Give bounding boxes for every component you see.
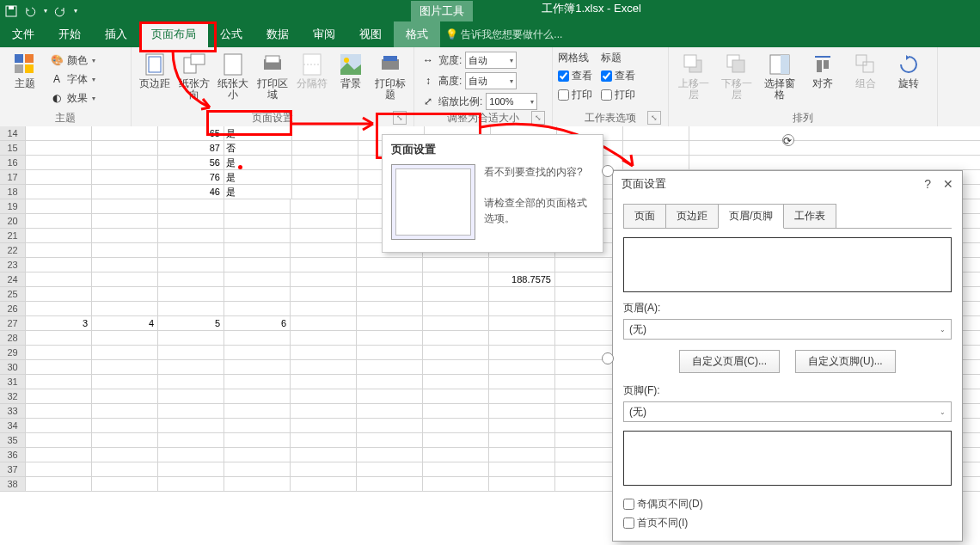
undo-icon[interactable] [24,5,36,17]
cell[interactable] [224,243,291,257]
row-header[interactable]: 22 [0,243,26,258]
cell[interactable] [26,433,92,447]
print-area-button[interactable]: 打印区域 [254,51,291,102]
tab-format[interactable]: 格式 [394,21,440,47]
cell[interactable] [158,419,224,432]
theme-effects-button[interactable]: ◐效果▾ [48,89,97,107]
row-header[interactable]: 25 [0,287,26,302]
themes-button[interactable]: 主题 [5,51,45,91]
tell-me-search[interactable]: 💡 告诉我您想要做什么... [445,21,562,47]
cell[interactable] [291,214,357,228]
cell[interactable]: 4 [92,316,158,330]
cell[interactable] [92,156,158,169]
cell[interactable] [158,214,224,228]
cell[interactable] [26,243,92,257]
cell[interactable] [357,389,423,403]
scale-input[interactable]: 100%▾ [486,93,537,110]
cell[interactable] [26,302,92,315]
cell[interactable] [291,433,357,447]
cell[interactable] [489,287,555,301]
cell[interactable] [423,316,489,330]
tab-page-layout[interactable]: 页面布局 [139,21,208,47]
cell[interactable] [26,419,92,432]
cell[interactable] [92,346,158,359]
cell[interactable] [26,258,92,272]
cell[interactable] [158,229,224,242]
cell[interactable] [26,404,92,418]
odd-even-checkbox[interactable]: 奇偶页不同(D) [623,494,952,513]
cell[interactable] [92,243,158,257]
cell[interactable] [224,258,291,272]
tab-formulas[interactable]: 公式 [208,21,254,47]
row-header[interactable]: 31 [0,375,26,389]
cell[interactable]: 是 [224,185,292,199]
cell[interactable] [423,287,489,301]
cell[interactable] [92,448,158,462]
cell[interactable] [224,346,291,359]
cell[interactable] [26,199,92,213]
cell[interactable] [158,389,224,403]
cell[interactable] [158,433,224,447]
selection-handle[interactable] [602,352,614,364]
cell[interactable] [489,302,555,315]
cell[interactable] [158,199,224,213]
orientation-button[interactable]: 纸张方向 [176,51,212,102]
cell[interactable] [623,141,689,155]
cell[interactable] [357,331,423,345]
cell[interactable] [291,258,357,272]
cell[interactable] [489,360,555,374]
dialog-tab-margins[interactable]: 页边距 [665,204,719,229]
cell[interactable] [92,360,158,374]
dialog-titlebar[interactable]: 页面设置 ? ✕ [613,171,962,197]
cell[interactable]: 3 [26,316,92,330]
cell[interactable] [92,258,158,272]
tab-file[interactable]: 文件 [0,21,46,47]
cell[interactable] [26,375,92,389]
cell[interactable] [291,389,357,403]
cell[interactable] [291,243,357,257]
cell[interactable] [489,375,555,389]
cell[interactable] [224,214,291,228]
cell[interactable] [92,214,158,228]
row-header[interactable]: 35 [0,433,26,448]
cell[interactable] [26,346,92,359]
cell[interactable] [291,462,357,476]
cell[interactable] [92,185,158,199]
cell[interactable] [158,331,224,345]
cell[interactable] [291,287,357,301]
cell[interactable] [357,302,423,315]
cell[interactable] [26,185,92,199]
background-button[interactable]: 背景 [334,51,370,91]
cell[interactable] [489,419,555,432]
cell[interactable] [291,331,357,345]
cell[interactable]: 56 [158,156,224,169]
row-header[interactable]: 32 [0,389,26,404]
selection-pane-button[interactable]: 选择窗格 [760,51,799,102]
cell[interactable] [158,375,224,389]
cell[interactable] [423,389,489,403]
cell[interactable] [489,346,555,359]
cell[interactable] [158,462,224,476]
cell[interactable] [26,389,92,403]
save-icon[interactable] [5,5,17,17]
cell[interactable] [26,331,92,345]
row-header[interactable]: 18 [0,185,26,199]
cell[interactable]: 5 [158,316,224,330]
cell[interactable] [26,156,92,169]
cell[interactable] [92,375,158,389]
cell[interactable] [158,360,224,374]
cell[interactable] [357,433,423,447]
cell[interactable] [26,477,92,491]
dialog-tab-header-footer[interactable]: 页眉/页脚 [718,204,784,229]
cell[interactable] [357,346,423,359]
footer-select[interactable]: (无)⌄ [623,401,952,422]
cell[interactable] [357,462,423,476]
cell[interactable] [357,448,423,462]
cell[interactable] [423,404,489,418]
row-header[interactable]: 38 [0,477,26,492]
cell[interactable] [489,258,555,272]
cell[interactable] [423,419,489,432]
row-header[interactable]: 15 [0,141,26,156]
cell[interactable] [292,185,358,199]
width-select[interactable]: 自动▾ [465,52,517,69]
